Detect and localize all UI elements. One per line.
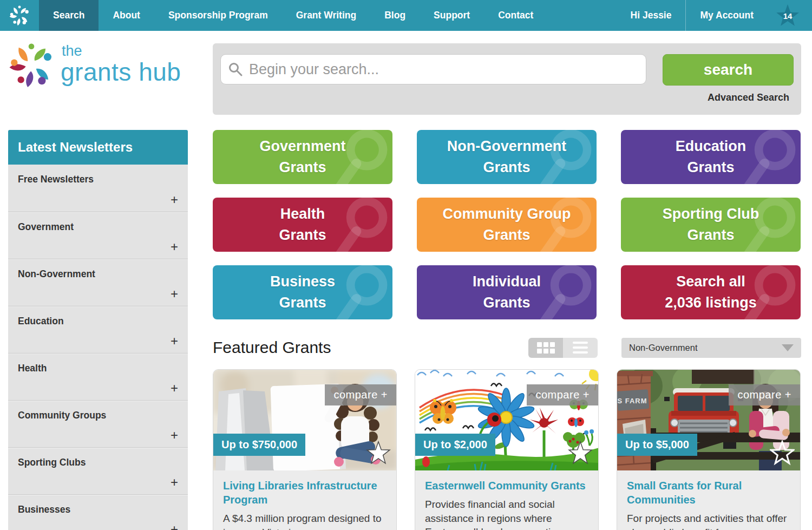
grants-hub-starburst-icon xyxy=(8,42,55,89)
grant-description: A $4.3 million program designed to impro… xyxy=(223,512,387,530)
category-search-all-listings[interactable]: Search all 2,036 listings xyxy=(621,265,801,319)
sidebar-item-label: Education xyxy=(18,316,178,327)
logo-the: the xyxy=(62,44,181,58)
category-non-government-grants[interactable]: Non-Government Grants xyxy=(417,130,597,184)
magnifier-watermark-icon xyxy=(321,198,392,252)
site-logo[interactable]: the grants hub xyxy=(8,42,181,89)
grant-title-link[interactable]: Living Libraries Infrastructure Program xyxy=(223,479,387,507)
category-label: Government xyxy=(259,136,345,157)
category-individual-grants[interactable]: Individual Grants xyxy=(417,265,597,319)
category-label: Business xyxy=(270,271,335,292)
category-government-grants[interactable]: Government Grants xyxy=(213,130,392,184)
nav-greeting[interactable]: Hi Jessie xyxy=(617,0,686,31)
chevron-down-icon xyxy=(782,344,794,351)
nav-my-account[interactable]: My Account xyxy=(686,0,768,31)
nav-right-group: Hi Jessie My Account 14 xyxy=(617,0,812,31)
grant-title-link[interactable]: Easternwell Community Grants xyxy=(425,479,588,493)
category-label: Grants xyxy=(279,225,326,246)
sidebar-item-label: Health xyxy=(18,363,178,374)
dropdown-selected-value: Non-Government xyxy=(629,343,698,353)
category-label: Health xyxy=(280,204,325,225)
sidebar-title: Latest Newsletters xyxy=(8,130,188,165)
sidebar-item-education[interactable]: Education + xyxy=(8,306,188,353)
grid-view-icon xyxy=(537,342,555,354)
category-label: Non-Government xyxy=(447,136,567,157)
nav-item-search[interactable]: Search xyxy=(39,0,99,31)
card-image[interactable]: compare + Up to $750,000 xyxy=(213,370,396,470)
expand-plus-icon[interactable]: + xyxy=(171,333,178,349)
featured-cards: compare + Up to $750,000 Living Librarie… xyxy=(213,369,801,530)
nav-item-sponsorship[interactable]: Sponsorship Program xyxy=(154,0,282,31)
grant-card-living-libraries: compare + Up to $750,000 Living Librarie… xyxy=(213,369,397,530)
list-view-button[interactable] xyxy=(563,338,598,358)
category-label: Community Group xyxy=(443,204,571,225)
featured-grants-title: Featured Grants xyxy=(213,338,331,357)
compare-button[interactable]: compare + xyxy=(527,384,598,405)
star-badge-icon: 14 xyxy=(775,3,800,29)
expand-plus-icon[interactable]: + xyxy=(171,192,178,207)
advanced-search-link[interactable]: Advanced Search xyxy=(220,92,794,103)
sidebar-item-government[interactable]: Government + xyxy=(8,212,188,259)
category-sporting-club-grants[interactable]: Sporting Club Grants xyxy=(621,198,801,252)
logo-grants-hub: grants hub xyxy=(61,60,181,84)
compare-button[interactable]: compare + xyxy=(325,384,396,405)
starburst-icon xyxy=(9,5,30,27)
nav-home-logo[interactable] xyxy=(0,0,39,31)
nav-item-grant-writing[interactable]: Grant Writing xyxy=(282,0,370,31)
category-label: Grants xyxy=(687,225,734,246)
expand-plus-icon[interactable]: + xyxy=(171,428,178,443)
expand-plus-icon[interactable]: + xyxy=(171,381,178,396)
newsletters-sidebar: Latest Newsletters Free Newsletters + Go… xyxy=(8,130,188,530)
list-view-icon xyxy=(573,342,588,354)
page: Search About Sponsorship Program Grant W… xyxy=(0,0,812,530)
sidebar-item-free-newsletters[interactable]: Free Newsletters + xyxy=(8,165,188,212)
category-label: Grants xyxy=(687,157,734,178)
category-business-grants[interactable]: Business Grants xyxy=(213,265,392,319)
nav-item-contact[interactable]: Contact xyxy=(484,0,547,31)
category-education-grants[interactable]: Education Grants xyxy=(621,130,801,184)
category-filter-dropdown[interactable]: Non-Government xyxy=(621,338,801,358)
grant-description: For projects and activities that offer c… xyxy=(627,512,790,530)
category-label: 2,036 listings xyxy=(665,292,757,313)
sidebar-item-non-government[interactable]: Non-Government + xyxy=(8,259,188,306)
card-image[interactable]: S FARM compare + Up to $5,000 xyxy=(617,370,800,470)
sidebar-item-label: Community Groups xyxy=(18,410,178,421)
expand-plus-icon[interactable]: + xyxy=(171,475,178,490)
nav-item-about[interactable]: About xyxy=(99,0,154,31)
category-label: Sporting Club xyxy=(663,204,759,225)
search-icon xyxy=(228,62,243,77)
favorite-star-icon[interactable] xyxy=(568,440,593,466)
category-label: Grants xyxy=(279,292,326,313)
compare-button[interactable]: compare + xyxy=(729,384,800,405)
amount-badge: Up to $5,000 xyxy=(617,434,697,456)
favorites-badge[interactable]: 14 xyxy=(768,0,812,31)
category-label: Individual xyxy=(473,271,541,292)
search-panel: search Advanced Search xyxy=(213,43,801,115)
sidebar-list: Free Newsletters + Government + Non-Gove… xyxy=(8,165,188,530)
search-button[interactable]: search xyxy=(663,54,794,86)
category-health-grants[interactable]: Health Grants xyxy=(213,198,392,252)
expand-plus-icon[interactable]: + xyxy=(171,286,178,302)
category-community-group-grants[interactable]: Community Group Grants xyxy=(417,198,597,252)
category-label: Education xyxy=(676,136,746,157)
sidebar-item-sporting-clubs[interactable]: Sporting Clubs + xyxy=(8,447,188,494)
amount-badge: Up to $750,000 xyxy=(213,434,305,456)
sidebar-item-community-groups[interactable]: Community Groups + xyxy=(8,400,188,447)
grant-title-link[interactable]: Small Grants for Rural Communities xyxy=(627,479,790,507)
nav-item-blog[interactable]: Blog xyxy=(370,0,420,31)
card-body: Easternwell Community Grants Provides fi… xyxy=(415,470,598,530)
nav-item-support[interactable]: Support xyxy=(420,0,484,31)
search-box xyxy=(220,54,646,86)
sidebar-item-health[interactable]: Health + xyxy=(8,353,188,400)
sidebar-item-businesses[interactable]: Businesses + xyxy=(8,494,188,530)
expand-plus-icon[interactable]: + xyxy=(171,239,178,254)
favorite-star-icon[interactable] xyxy=(770,440,795,466)
card-image[interactable]: compare + Up to $2,000 xyxy=(415,370,598,470)
expand-plus-icon[interactable]: + xyxy=(171,522,178,530)
favorite-star-icon[interactable] xyxy=(366,440,391,466)
grid-view-button[interactable] xyxy=(528,338,563,358)
search-input[interactable] xyxy=(220,54,646,84)
category-label: Search all xyxy=(676,271,745,292)
category-grid: Government Grants Non-Government Grants … xyxy=(213,130,801,319)
category-label: Grants xyxy=(483,225,530,246)
